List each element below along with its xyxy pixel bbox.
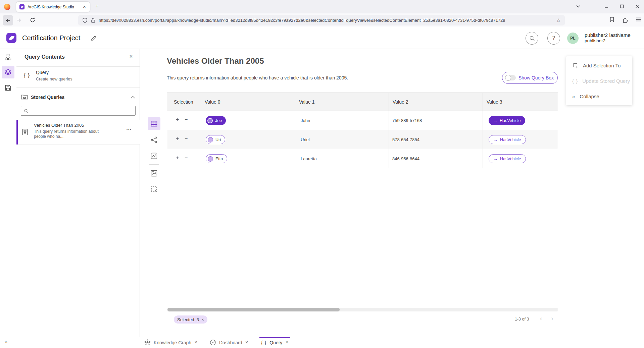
window-minimize-button[interactable] [604, 4, 609, 9]
window-close-button[interactable] [635, 4, 640, 9]
new-tab-button[interactable]: + [95, 3, 99, 9]
page-description: This query returns information about peo… [167, 75, 348, 80]
query-item-title[interactable]: Query [36, 70, 49, 75]
url-text[interactable]: https://dev0028833.esri.com/portal/apps/… [99, 18, 553, 23]
back-arrow-icon [5, 17, 11, 23]
add-to-selection-button[interactable]: + [176, 117, 179, 123]
tab-close-icon[interactable]: ✕ [194, 340, 197, 345]
stored-queries-folder-icon [21, 94, 28, 100]
tab-dashboard[interactable]: Dashboard ✕ [210, 337, 248, 348]
chart-view-button[interactable] [148, 150, 160, 162]
relationship-pill[interactable]: →HasVehicle [489, 135, 526, 144]
table-header: Selection Value 0 Value 1 Value 2 Value … [167, 93, 558, 111]
previous-page-icon[interactable]: ‹ [540, 315, 542, 322]
project-title: Certification Project [22, 34, 80, 42]
tab-title: ArcGIS Knowledge Studio [28, 5, 82, 9]
header-search-button[interactable] [526, 32, 538, 45]
table-view-button[interactable] [148, 117, 160, 130]
entity-pill[interactable]: Uri [206, 135, 225, 144]
stored-query-desc: people who ha... [34, 134, 63, 139]
remove-from-selection-button[interactable]: − [185, 117, 188, 123]
tab-label: Dashboard [219, 340, 242, 345]
menu-item-label: Collapse [580, 94, 599, 99]
relationship-pill[interactable]: →HasVehicle [489, 116, 525, 125]
knowledge-graph-icon [144, 339, 151, 346]
cell-value: 759-889-57168 [392, 118, 422, 123]
back-button[interactable] [3, 15, 13, 25]
item-options-icon[interactable]: ••• [127, 128, 132, 131]
help-button[interactable]: ? [547, 32, 560, 45]
forward-button[interactable] [16, 17, 22, 23]
column-header: Value 3 [487, 99, 502, 105]
menu-item-add-selection-to[interactable]: Add Selection To [566, 58, 632, 73]
padlock-icon[interactable] [91, 17, 96, 23]
cell-value: Lauretta [301, 156, 317, 161]
tab-close-icon[interactable]: ✕ [285, 340, 288, 345]
help-icon: ? [552, 35, 555, 41]
dashboard-gauge-icon [210, 339, 216, 346]
stored-query-desc: This query returns information about [34, 129, 99, 134]
add-to-selection-button[interactable]: + [176, 136, 179, 142]
avatar[interactable]: PL [567, 33, 579, 44]
firefox-icon[interactable] [4, 4, 10, 10]
save-icon[interactable] [5, 84, 11, 91]
extensions-puzzle-icon[interactable] [622, 16, 629, 23]
next-page-icon[interactable]: › [551, 315, 553, 322]
tab-list-chevron-icon[interactable] [576, 4, 581, 9]
browser-tab[interactable]: ArcGIS Knowledge Studio ✕ [16, 2, 90, 12]
menu-item-label: Add Selection To [583, 63, 621, 68]
chevron-up-icon[interactable] [131, 96, 135, 99]
edit-pencil-icon[interactable] [91, 35, 97, 41]
hamburger-menu-icon[interactable] [636, 16, 642, 22]
tracking-shield-icon[interactable] [82, 17, 88, 23]
link-chart-view-button[interactable] [148, 133, 160, 146]
tab-close-icon[interactable]: ✕ [82, 4, 87, 10]
search-input[interactable] [31, 108, 133, 113]
remove-from-selection-button[interactable]: − [185, 155, 188, 161]
search-icon [529, 36, 535, 41]
cell-value: 578-654-7854 [392, 137, 419, 142]
app-root: ArcGIS Knowledge Studio ✕ + https://dev0… [0, 0, 644, 348]
relationship-pill[interactable]: →HasVehicle [489, 154, 526, 163]
panel-title: Query Contents [24, 54, 65, 60]
context-menu: Add Selection To { } Update Stored Query… [566, 56, 632, 105]
toggle-knob[interactable] [505, 75, 511, 81]
entity-pill[interactable]: Joe [206, 116, 226, 125]
select-area-button[interactable] [148, 183, 160, 196]
url-bar[interactable]: https://dev0028833.esri.com/portal/apps/… [78, 15, 565, 25]
selected-count-label: Selected: 3 [177, 317, 199, 322]
horizontal-scrollbar[interactable] [167, 308, 558, 311]
data-model-icon[interactable] [5, 54, 11, 60]
selection-box-icon [151, 186, 157, 193]
tab-knowledge-graph[interactable]: Knowledge Graph ✕ [144, 337, 197, 348]
panel-close-icon[interactable]: ✕ [129, 54, 133, 59]
remove-from-selection-button[interactable]: − [185, 136, 188, 142]
bookmark-star-icon[interactable]: ☆ [556, 17, 561, 23]
show-query-box-toggle[interactable]: Show Query Box [502, 72, 558, 84]
reload-button[interactable] [30, 17, 36, 23]
column-header: Selection [174, 99, 193, 105]
tab-label: Query [269, 340, 282, 345]
scrollbar-thumb[interactable] [167, 308, 340, 311]
stored-query-item[interactable]: Vehicles Older Than 2005 This query retu… [16, 120, 140, 144]
results-table: Selection Value 0 Value 1 Value 2 Value … [167, 93, 558, 327]
tab-query[interactable]: { } Query ✕ [261, 337, 289, 348]
pocket-icon[interactable] [609, 16, 615, 23]
map-icon [151, 170, 157, 177]
map-view-button[interactable] [148, 167, 160, 180]
clear-selection-icon[interactable]: ✕ [201, 318, 204, 322]
braces-icon: { } [261, 340, 266, 345]
layers-rail-button[interactable] [2, 66, 14, 78]
stored-queries-search-box[interactable] [21, 106, 136, 116]
entity-pill[interactable]: Etta [206, 154, 227, 163]
add-selection-icon [572, 62, 579, 69]
braces-icon: { } [572, 78, 578, 84]
window-maximize-button[interactable] [620, 4, 624, 9]
toggle-track[interactable] [506, 75, 516, 80]
tab-close-icon[interactable]: ✕ [245, 340, 248, 345]
expand-panel-icon[interactable]: » [5, 339, 7, 345]
add-to-selection-button[interactable]: + [176, 155, 179, 161]
menu-item-collapse[interactable]: » Collapse [566, 89, 632, 104]
page-title: Vehicles Older Than 2005 [167, 56, 264, 66]
selected-count-chip[interactable]: Selected: 3 ✕ [174, 315, 207, 324]
